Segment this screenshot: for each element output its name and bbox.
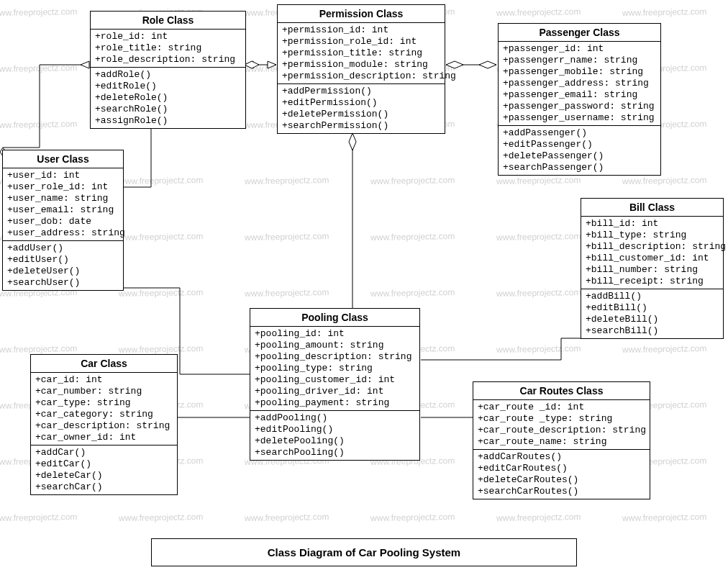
class-title: User Class: [3, 150, 123, 168]
class-attrs: +pooling_id: int+pooling_amount: string+…: [250, 327, 419, 411]
watermark-text: www.freeprojectz.com: [119, 512, 204, 523]
uml-row: +pooling_customer_id: int: [255, 374, 415, 386]
svg-marker-12: [479, 61, 496, 68]
uml-row: +searchRole(): [95, 104, 241, 115]
watermark-text: www.freeprojectz.com: [622, 512, 707, 523]
watermark-text: www.freeprojectz.com: [119, 175, 204, 186]
class-passenger: Passenger Class +passenger_id: int+passe…: [498, 23, 661, 176]
uml-row: +searchPermission(): [282, 120, 440, 132]
uml-row: +addCar(): [35, 447, 173, 458]
uml-row: +car_category: string: [35, 409, 173, 420]
uml-row: +car_route_name: string: [478, 436, 645, 448]
uml-row: +car_owner_id: int: [35, 432, 173, 443]
uml-row: +searchPooling(): [255, 447, 415, 458]
uml-row: +assignRole(): [95, 115, 241, 127]
uml-row: +deleteCarRoutes(): [478, 474, 645, 486]
class-attrs: +permission_id: int+permission_role_id: …: [278, 23, 445, 84]
uml-row: +permission_description: string: [282, 71, 440, 82]
uml-row: +editRole(): [95, 81, 241, 92]
class-title: Bill Class: [581, 199, 723, 217]
uml-row: +editUser(): [7, 254, 119, 266]
class-carroutes: Car Routes Class +car_route _id: int+car…: [473, 381, 650, 499]
diagram-title: Class Diagram of Car Pooling System: [151, 538, 577, 566]
uml-row: +permission_module: string: [282, 59, 440, 71]
class-user: User Class +user_id: int+user_role_id: i…: [2, 150, 124, 291]
uml-row: +car_number: string: [35, 386, 173, 397]
watermark-text: www.freeprojectz.com: [496, 6, 581, 18]
svg-marker-11: [446, 61, 463, 68]
watermark-text: www.freeprojectz.com: [0, 119, 77, 130]
uml-row: +pooling_id: int: [255, 328, 415, 340]
uml-row: +user_id: int: [7, 170, 119, 181]
uml-row: +pooling_amount: string: [255, 340, 415, 351]
svg-marker-4: [81, 61, 89, 68]
uml-row: +pooling_description: string: [255, 351, 415, 363]
uml-row: +passenger_password: string: [503, 101, 656, 112]
watermark-text: www.freeprojectz.com: [119, 231, 204, 243]
uml-row: +editBill(): [586, 302, 719, 314]
class-title: Car Routes Class: [473, 382, 650, 400]
class-title: Permission Class: [278, 5, 445, 23]
uml-row: +editPooling(): [255, 424, 415, 435]
class-bill: Bill Class +bill_id: int+bill_type: stri…: [581, 198, 724, 339]
class-ops: +addUser()+editUser()+deleteUser()+searc…: [3, 241, 123, 290]
uml-row: +pooling_type: string: [255, 363, 415, 374]
uml-row: +car_description: string: [35, 420, 173, 432]
uml-row: +bill_description: string: [586, 241, 719, 253]
uml-row: +role_title: string: [95, 42, 241, 54]
uml-row: +role_id: int: [95, 31, 241, 42]
watermark-text: www.freeprojectz.com: [622, 175, 707, 186]
uml-row: +passenger_id: int: [503, 43, 656, 55]
uml-row: +passenger_email: string: [503, 89, 656, 101]
uml-row: +deletePermission(): [282, 109, 440, 120]
class-ops: +addPermission()+editPermission()+delete…: [278, 84, 445, 133]
uml-row: +addPassenger(): [503, 127, 656, 139]
class-role: Role Class +role_id: int+role_title: str…: [90, 11, 246, 129]
uml-row: +passenger_address: string: [503, 78, 656, 89]
watermark-text: www.freeprojectz.com: [119, 343, 204, 355]
watermark-text: www.freeprojectz.com: [370, 175, 455, 186]
uml-row: +searchCar(): [35, 481, 173, 493]
svg-marker-8: [268, 61, 276, 68]
svg-marker-7: [268, 61, 276, 68]
uml-row: +user_email: string: [7, 204, 119, 216]
uml-row: +deletePassenger(): [503, 150, 656, 162]
class-ops: +addPooling()+editPooling()+deletePoolin…: [250, 411, 419, 460]
watermark-text: www.freeprojectz.com: [496, 175, 581, 186]
uml-row: +passenger_mobile: string: [503, 66, 656, 78]
uml-row: +editCarRoutes(): [478, 463, 645, 474]
uml-row: +role_description: string: [95, 54, 241, 65]
watermark-text: www.freeprojectz.com: [245, 287, 329, 299]
uml-row: +searchBill(): [586, 325, 719, 337]
uml-row: +passenger_username: string: [503, 112, 656, 124]
uml-row: +car_route _type: string: [478, 413, 645, 425]
class-attrs: +passenger_id: int+passengerr_name: stri…: [499, 42, 660, 126]
uml-row: +permission_title: string: [282, 48, 440, 59]
uml-row: +deleteUser(): [7, 266, 119, 277]
uml-row: +addCarRoutes(): [478, 451, 645, 463]
class-title: Pooling Class: [250, 309, 419, 327]
watermark-text: www.freeprojectz.com: [119, 287, 204, 299]
class-title: Role Class: [91, 12, 245, 30]
class-ops: +addBill()+editBill()+deleteBill()+searc…: [581, 289, 723, 338]
svg-marker-16: [349, 133, 356, 150]
uml-row: +searchCarRoutes(): [478, 486, 645, 497]
uml-row: +deletePooling(): [255, 435, 415, 447]
uml-row: +editCar(): [35, 458, 173, 470]
watermark-text: www.freeprojectz.com: [0, 63, 77, 74]
uml-row: +bill_receipt: string: [586, 276, 719, 287]
uml-row: +user_dob: date: [7, 216, 119, 227]
svg-marker-9: [245, 61, 259, 68]
uml-row: +bill_type: string: [586, 230, 719, 241]
class-ops: +addPassenger()+editPassenger()+deletePa…: [499, 126, 660, 175]
watermark-text: www.freeprojectz.com: [370, 231, 455, 243]
watermark-text: www.freeprojectz.com: [370, 287, 455, 299]
uml-row: +pooling_driver_id: int: [255, 386, 415, 397]
uml-row: +addPermission(): [282, 86, 440, 97]
watermark-text: www.freeprojectz.com: [0, 512, 77, 523]
class-attrs: +role_id: int+role_title: string+role_de…: [91, 30, 245, 68]
class-ops: +addRole()+editRole()+deleteRole()+searc…: [91, 68, 245, 128]
uml-row: +editPassenger(): [503, 139, 656, 150]
class-pooling: Pooling Class +pooling_id: int+pooling_a…: [250, 308, 420, 461]
watermark-text: www.freeprojectz.com: [496, 231, 581, 243]
